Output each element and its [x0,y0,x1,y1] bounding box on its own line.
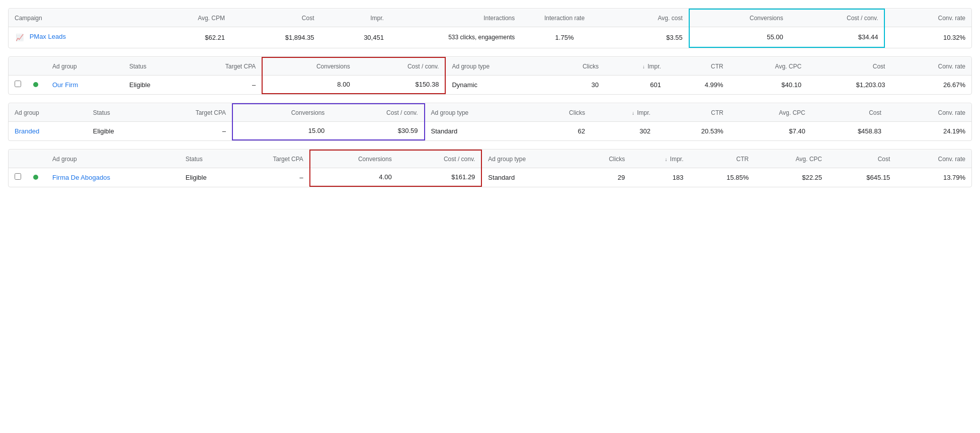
td-impr-2: 302 [591,122,657,140]
th-cost-conv-1: Cost / conv. [356,57,446,76]
th-ctr-1: CTR [667,57,729,76]
campaign-row: 📈 PMax Leads $62.21 $1,894.35 30,451 533… [9,27,971,48]
td-conversions-2: 15.00 [232,122,331,140]
th-target-cpa-2: Target CPA [157,104,232,122]
td-conversions-1: 8.00 [262,76,356,94]
td-target-cpa-3: – [242,168,309,187]
td-cost: $1,894.35 [231,27,320,48]
adgroup-table-3: Ad group Status Target CPA Conversions C… [9,150,971,187]
adgroup-3-row: Firma De Abogados Eligible – 4.00 $161.2… [9,168,971,187]
sort-icon-2: ↓ [632,110,634,116]
td-avg-cpm: $62.21 [146,27,231,48]
adgroup-2-row: Branded Eligible – 15.00 $30.59 Standard… [9,122,971,140]
td-dot-1 [27,76,46,94]
th-checkbox-1 [9,57,27,76]
th-cost: Cost [231,9,320,27]
adgroup-section-2: Ad group Status Target CPA Conversions C… [8,103,972,141]
adgroup-1-header-row: Ad group Status Target CPA Conversions C… [9,57,971,76]
adgroup-section-1: Ad group Status Target CPA Conversions C… [8,56,972,95]
td-conv-rate-3: 13.79% [896,168,971,187]
th-cost-conv-campaign: Cost / conv. [789,9,885,27]
th-ad-group-2: Ad group [9,104,87,122]
td-ad-group-type-2: Standard [425,122,531,140]
th-dot-1 [27,57,46,76]
checkbox-3[interactable] [15,173,21,180]
th-status-1: Status [123,57,191,76]
td-impr-1: 601 [605,76,667,94]
th-campaign: Campaign [9,9,146,27]
td-clicks-2: 62 [531,122,591,140]
td-ad-group-name-1: Our Firm [46,76,123,94]
th-dot-3 [27,150,46,168]
th-impr-3: ↓ Impr. [631,150,689,168]
td-ctr-3: 15.85% [689,168,755,187]
th-target-cpa-1: Target CPA [191,57,262,76]
th-conversions-2: Conversions [232,104,331,122]
th-clicks-2: Clicks [531,104,591,122]
th-ad-group-3: Ad group [46,150,180,168]
td-status-1: Eligible [123,76,191,94]
th-cost-conv-3: Cost / conv. [398,150,482,168]
th-conv-rate-2: Conv. rate [887,104,971,122]
td-conversions-campaign: 55.00 [689,27,789,48]
td-ctr-1: 4.99% [667,76,729,94]
th-status-3: Status [180,150,243,168]
status-dot-1 [33,82,38,87]
ad-group-link-2[interactable]: Branded [15,127,39,135]
td-checkbox-1[interactable] [9,76,27,94]
td-impr-3: 183 [631,168,689,187]
adgroup-2-header-row: Ad group Status Target CPA Conversions C… [9,104,971,122]
checkbox-1[interactable] [15,81,21,87]
th-conversions-3: Conversions [310,150,398,168]
td-cost-conv-campaign: $34.44 [789,27,885,48]
th-clicks-3: Clicks [577,150,631,168]
campaign-icon: 📈 [15,32,25,42]
td-avg-cpc-2: $7.40 [729,122,811,140]
td-cost-2: $458.83 [811,122,887,140]
ad-group-link-1[interactable]: Our Firm [52,81,78,89]
campaign-link[interactable]: PMax Leads [30,33,66,40]
adgroup-3-header-row: Ad group Status Target CPA Conversions C… [9,150,971,168]
td-target-cpa-2: – [157,122,232,140]
td-ad-group-name-2: Branded [9,122,87,140]
td-clicks-3: 29 [577,168,631,187]
td-target-cpa-1: – [191,76,262,94]
td-checkbox-3[interactable] [9,168,27,187]
td-clicks-1: 30 [547,76,605,94]
campaign-header-row: Campaign Avg. CPM Cost Impr. Interaction… [9,9,971,27]
th-conv-rate-1: Conv. rate [891,57,971,76]
td-cost-1: $1,203.03 [807,76,891,94]
th-cost-2: Cost [811,104,887,122]
adgroup-section-3: Ad group Status Target CPA Conversions C… [8,149,972,187]
td-ctr-2: 20.53% [657,122,729,140]
th-avg-cpc-3: Avg. CPC [755,150,828,168]
status-dot-3 [33,175,38,180]
td-conv-rate-2: 24.19% [887,122,971,140]
td-avg-cost: $3.55 [608,27,689,48]
td-campaign-name: 📈 PMax Leads [9,27,146,48]
th-avg-cpc-2: Avg. CPC [729,104,811,122]
td-ad-group-type-1: Dynamic [445,76,547,94]
td-cost-conv-2: $30.59 [331,122,424,140]
td-avg-cpc-3: $22.25 [755,168,828,187]
th-ad-group-type-2: Ad group type [425,104,531,122]
td-ad-group-name-3: Firma De Abogados [46,168,180,187]
th-ctr-3: CTR [689,150,755,168]
th-avg-cpm: Avg. CPM [146,9,231,27]
th-ad-group-type-1: Ad group type [445,57,547,76]
ad-group-link-3[interactable]: Firma De Abogados [52,174,110,181]
th-impr: Impr. [320,9,390,27]
sort-icon-3: ↓ [665,157,667,162]
td-avg-cpc-1: $40.10 [729,76,807,94]
td-cost-3: $645.15 [828,168,896,187]
th-conversions-campaign: Conversions [689,9,789,27]
th-cost-3: Cost [828,150,896,168]
th-interaction-rate: Interaction rate [521,9,608,27]
th-ctr-2: CTR [657,104,729,122]
th-avg-cpc-1: Avg. CPC [729,57,807,76]
th-interactions: Interactions [390,9,521,27]
campaign-section: Campaign Avg. CPM Cost Impr. Interaction… [8,8,972,48]
adgroup-table-1: Ad group Status Target CPA Conversions C… [9,57,971,94]
td-conversions-3: 4.00 [310,168,398,187]
th-cost-1: Cost [807,57,891,76]
